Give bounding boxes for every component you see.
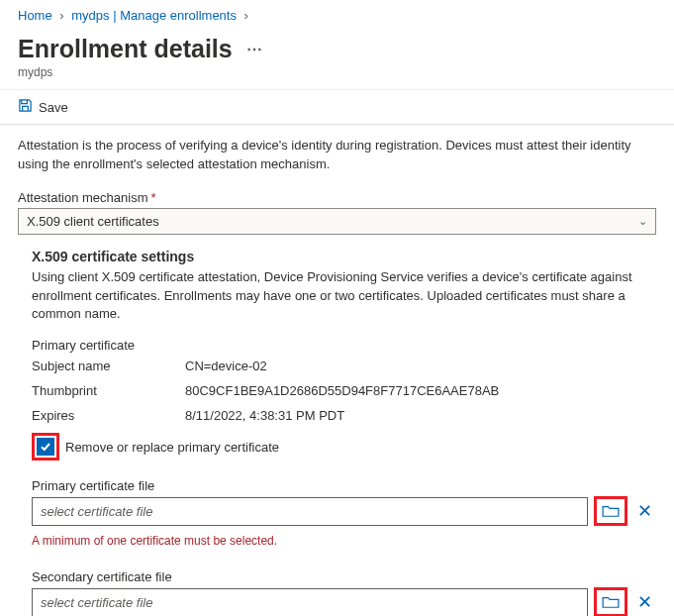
primary-certificate-label: Primary certificate <box>32 338 656 353</box>
attestation-mechanism-label: Attestation mechanism* <box>18 190 656 205</box>
secondary-browse-button[interactable] <box>599 592 623 612</box>
breadcrumb-home[interactable]: Home <box>18 8 52 23</box>
highlight-secondary-browse <box>594 587 627 616</box>
primary-browse-button[interactable] <box>599 501 623 521</box>
breadcrumb-manage-enrollments[interactable]: mydps | Manage enrollments <box>71 8 237 23</box>
secondary-file-label: Secondary certificate file <box>32 569 656 584</box>
subject-name-row: Subject name CN=device-02 <box>32 359 656 373</box>
expires-row: Expires 8/11/2022, 4:38:31 PM PDT <box>32 408 656 423</box>
folder-icon <box>602 504 620 518</box>
expires-value: 8/11/2022, 4:38:31 PM PDT <box>185 408 656 423</box>
required-indicator: * <box>151 190 156 205</box>
page-title: Enrollment details ⋯ <box>0 29 674 63</box>
thumbprint-value: 80C9CF1BE9A1D2686D55D94F8F7717CE6AAE78AB <box>185 383 656 398</box>
save-icon <box>18 98 33 116</box>
highlight-primary-browse <box>594 496 627 526</box>
secondary-file-input[interactable]: select certificate file <box>32 588 588 616</box>
chevron-right-icon: › <box>59 8 63 23</box>
page-subtitle: mydps <box>0 63 674 89</box>
chevron-right-icon: › <box>244 8 248 23</box>
attestation-description: Attestation is the process of verifying … <box>18 137 656 174</box>
more-actions-button[interactable]: ⋯ <box>246 40 263 58</box>
breadcrumb: Home › mydps | Manage enrollments › <box>0 8 674 29</box>
chevron-down-icon: ⌄ <box>638 215 647 228</box>
thumbprint-label: Thumbprint <box>32 383 185 398</box>
command-bar: Save <box>0 89 674 124</box>
remove-replace-label: Remove or replace primary certificate <box>65 440 279 455</box>
subject-name-label: Subject name <box>32 359 185 373</box>
primary-file-input[interactable]: select certificate file <box>32 497 588 526</box>
save-button[interactable]: Save <box>39 100 68 115</box>
dropdown-value: X.509 client certificates <box>27 214 159 229</box>
primary-file-label: Primary certificate file <box>32 478 656 493</box>
certificate-error-message: A minimum of one certificate must be sel… <box>32 534 656 548</box>
remove-replace-checkbox[interactable] <box>37 438 54 456</box>
thumbprint-row: Thumbprint 80C9CF1BE9A1D2686D55D94F8F771… <box>32 383 656 398</box>
attestation-mechanism-dropdown[interactable]: X.509 client certificates ⌄ <box>18 208 656 235</box>
primary-clear-button[interactable]: ✕ <box>633 500 656 522</box>
folder-icon <box>602 595 620 609</box>
x509-settings-description: Using client X.509 certificate attestati… <box>32 268 656 325</box>
subject-name-value: CN=device-02 <box>185 359 656 373</box>
expires-label: Expires <box>32 408 185 423</box>
highlight-checkbox <box>32 433 59 461</box>
secondary-clear-button[interactable]: ✕ <box>633 591 656 613</box>
page-title-text: Enrollment details <box>18 35 233 63</box>
check-icon <box>40 441 51 453</box>
x509-settings-heading: X.509 certificate settings <box>32 249 656 264</box>
